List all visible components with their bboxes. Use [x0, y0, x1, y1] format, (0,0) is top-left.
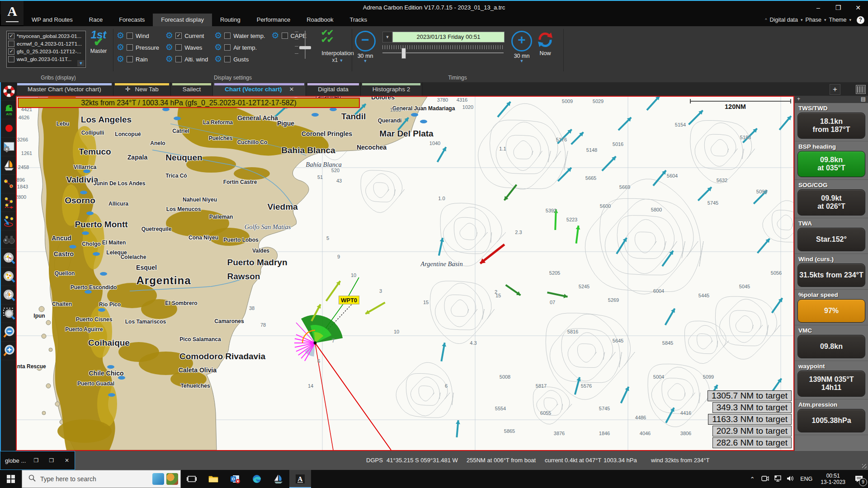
search-news-image-mat[interactable] [152, 473, 164, 485]
display-option-current[interactable]: ⚙✓Current [165, 31, 208, 41]
tray-network-icon[interactable] [771, 475, 784, 483]
display-option-checkbox[interactable] [175, 56, 182, 62]
grib-checkbox[interactable]: ✓ [8, 33, 14, 39]
globe-mini-window[interactable]: globe ... ❐ ❒ ✕ [0, 451, 75, 470]
display-option-checkbox[interactable] [282, 33, 288, 39]
search-news-image-veggies[interactable] [166, 473, 178, 485]
display-option-cape[interactable]: ⚙CAPE [272, 31, 307, 41]
sidebar-panel-bsp-heading[interactable]: BSP heading09.8knat 035°T [795, 141, 868, 180]
display-option-checkbox[interactable] [127, 56, 133, 62]
gear-icon[interactable]: ⚙ [214, 55, 222, 63]
timeline-slider-track[interactable] [382, 52, 504, 53]
display-option-gusts[interactable]: ⚙Gusts [214, 54, 265, 64]
globe-close-button[interactable]: ✕ [59, 457, 75, 464]
sidebar-panel-atm-pression[interactable]: Atm.pression1005.38hPa [795, 399, 868, 435]
gear-icon[interactable]: ⚙ [272, 32, 279, 40]
minimize-button[interactable]: – [808, 1, 828, 14]
timeline-dropdown[interactable]: ▼ [382, 32, 392, 42]
close-button[interactable]: ✕ [848, 1, 868, 14]
chart-map[interactable]: ConcepciónBarrancasLebuLos AngelesCasero… [16, 96, 794, 451]
taskbar-search-input[interactable]: Type here to search [22, 470, 181, 488]
now-refresh-icon[interactable] [536, 31, 554, 49]
taskbar-app-file-explorer[interactable] [203, 470, 224, 488]
sidebar-panel-waypoint[interactable]: waypoint139NM 035°T14h11 [795, 361, 868, 399]
time-step-forward-caret[interactable]: ▼ [510, 59, 533, 63]
tab-chart-vector-chart-[interactable]: Chart (Vector chart)✕ [213, 82, 306, 96]
display-option-checkbox[interactable] [224, 33, 231, 39]
tab-new-tab[interactable]: ✛New Tab [113, 82, 171, 96]
zoom-compass-icon[interactable] [1, 249, 17, 267]
taskbar-app-sail-app[interactable] [268, 470, 289, 488]
sidebar-add-icon[interactable]: + [797, 96, 800, 103]
zoom-boat-icon[interactable] [1, 286, 17, 305]
menu-item-tracks[interactable]: Tracks [341, 14, 375, 26]
tray-clock[interactable]: 00:51 13-1-2023 [816, 473, 850, 485]
menu-item-wp-and-routes[interactable]: WP and Routes [24, 14, 81, 26]
notification-center-icon[interactable]: 9 [850, 470, 868, 488]
grib-file-row[interactable]: ww3_glo.2023-01-11T... [8, 55, 84, 63]
globe-maximize-button[interactable]: ❒ [44, 457, 59, 464]
gear-icon[interactable]: ⚙ [214, 32, 222, 40]
sidebar-panel-twa[interactable]: TWAStar.152° [795, 218, 868, 254]
display-option-pressure[interactable]: ⚙Pressure [117, 42, 159, 52]
globe-restore-button[interactable]: ❐ [28, 457, 44, 464]
app-logo[interactable]: A [1, 1, 24, 25]
sidebar-panel-wind-curs-[interactable]: Wind (curs.)31.5kts from 234°T [795, 254, 868, 290]
life-ring-icon[interactable] [1, 82, 17, 101]
sailboat-icon[interactable] [1, 156, 17, 175]
zoom-out-icon[interactable] [1, 323, 17, 342]
menu-right-phase[interactable]: Phase [806, 17, 821, 23]
tab-sailect[interactable]: Sailect [171, 82, 213, 96]
display-option-alti-wind[interactable]: ⚙Alti. wind [165, 54, 208, 64]
grib-file-list[interactable]: ✓*myocean_global.2023-01...ecmwf_0_4.202… [6, 31, 86, 68]
gear-icon[interactable]: ⚙ [117, 55, 124, 63]
grib-checkbox[interactable] [8, 56, 14, 62]
maximize-button[interactable]: ❒ [828, 1, 848, 14]
interpolation-slider-handle[interactable] [299, 46, 311, 49]
gear-icon[interactable]: ⚙ [117, 32, 124, 40]
gear-icon[interactable]: ⚙ [214, 43, 222, 52]
display-option-checkbox[interactable]: ✓ [175, 33, 182, 39]
now-label[interactable]: Now [533, 50, 557, 56]
display-option-checkbox[interactable] [224, 56, 231, 62]
taskbar-app-adrena[interactable]: A [289, 470, 311, 488]
sidebar-panel-tws-twd[interactable]: TWS/TWD18.1knfrom 187°T [795, 103, 868, 141]
timeline-slider-handle[interactable] [401, 48, 406, 59]
time-step-forward-button[interactable]: + [511, 31, 532, 52]
tray-volume-icon[interactable] [784, 475, 797, 483]
add-panel-button[interactable]: + [830, 84, 840, 95]
help-icon[interactable]: ? [857, 16, 864, 24]
waypoint-label[interactable]: WPT0 [339, 296, 359, 305]
record-icon[interactable] [1, 119, 17, 138]
display-option-rain[interactable]: ⚙Rain [117, 54, 159, 64]
gear-icon[interactable]: ⚙ [165, 32, 173, 40]
tray-language-label[interactable]: ENG [797, 476, 816, 482]
zoom-area-icon[interactable] [1, 305, 17, 323]
gear-icon[interactable]: ⚙ [117, 43, 124, 52]
display-option-checkbox[interactable] [127, 33, 133, 39]
timeline-date-field[interactable]: 2023/01/13 Friday 00:51 [392, 32, 505, 42]
gear-icon[interactable]: ⚙ [165, 43, 173, 52]
tab-master-chart-vector-chart-[interactable]: Master Chart (Vector chart) [16, 82, 113, 96]
menu-item-roadbook[interactable]: Roadbook [298, 14, 341, 26]
chart-settings-icon[interactable] [1, 138, 17, 156]
route-target-icon[interactable] [1, 212, 17, 230]
time-step-back-caret[interactable]: ▼ [354, 59, 377, 63]
gear-icon[interactable]: ⚙ [165, 55, 173, 63]
grib-file-row[interactable]: ecmwf_0_4.2023-01-12T1... [8, 40, 84, 47]
display-option-checkbox[interactable] [224, 44, 231, 51]
menu-right-theme[interactable]: Theme [829, 17, 847, 23]
menu-item-performance[interactable]: Performance [249, 14, 298, 26]
interpolation-slider-track[interactable] [305, 31, 306, 59]
tray-camera-icon[interactable] [759, 475, 771, 483]
grib-list-dropdown-icon[interactable]: ▼ [77, 60, 85, 66]
binoculars-icon[interactable] [1, 230, 17, 249]
display-option-checkbox[interactable] [175, 44, 182, 51]
tray-chevron-icon[interactable]: ⌃ [746, 476, 759, 483]
taskbar-app-task-view[interactable] [181, 470, 203, 488]
taskbar-app-outlook[interactable]: O✕ [224, 470, 246, 488]
sidebar-panel-vmc[interactable]: VMC09.8kn [795, 325, 868, 361]
start-button[interactable] [0, 470, 22, 488]
display-option-waves[interactable]: ⚙Waves [165, 42, 208, 52]
menu-caret-icon[interactable]: ▾ [849, 18, 851, 22]
